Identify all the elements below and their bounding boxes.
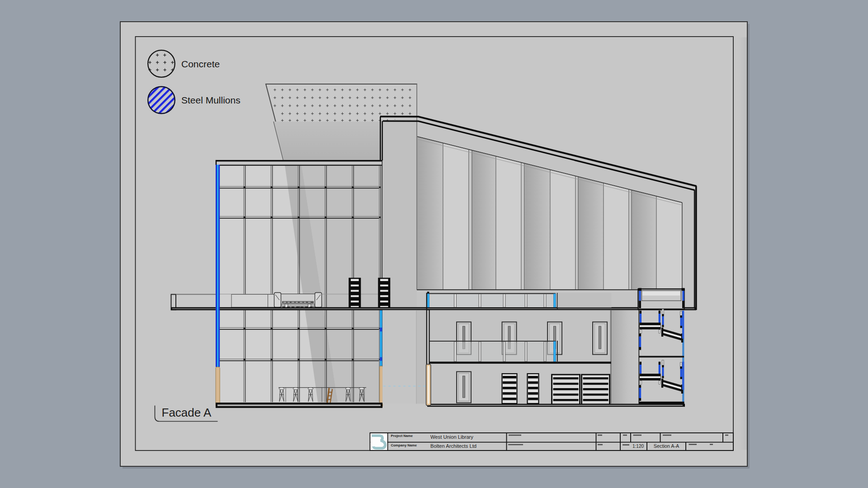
svg-text:West Union Library: West Union Library bbox=[430, 434, 473, 440]
svg-text:Concrete: Concrete bbox=[181, 59, 220, 69]
svg-text:1:120: 1:120 bbox=[632, 444, 644, 449]
svg-text:Project Name: Project Name bbox=[391, 434, 413, 438]
svg-text:Company Name: Company Name bbox=[391, 443, 417, 447]
svg-text:Steel Mullions: Steel Mullions bbox=[181, 95, 241, 105]
svg-text:Section A-A: Section A-A bbox=[654, 443, 679, 449]
svg-text:Facade A: Facade A bbox=[162, 406, 212, 419]
svg-text:Bolten Architects Ltd: Bolten Architects Ltd bbox=[430, 443, 476, 449]
